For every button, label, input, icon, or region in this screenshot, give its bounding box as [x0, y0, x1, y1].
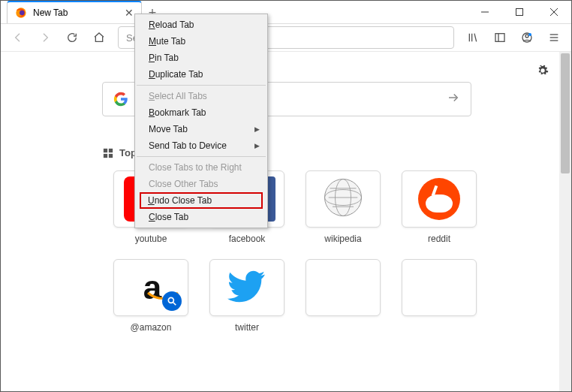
library-button[interactable]: [462, 26, 484, 49]
grid-icon: [103, 148, 113, 158]
account-button[interactable]: [516, 26, 538, 49]
tile-label: twitter: [235, 322, 259, 333]
scrollbar[interactable]: [559, 52, 571, 391]
window-controls: [468, 1, 571, 23]
svg-rect-21: [109, 153, 113, 157]
menu-separator: [137, 156, 266, 157]
nav-toolbar: Search or enter address: [1, 23, 571, 52]
tile-thumbnail: [306, 259, 381, 316]
menu-item-close-tab[interactable]: Close Tab: [135, 209, 267, 225]
twitter-icon: [227, 267, 266, 309]
titlebar: New Tab ✕ +: [1, 1, 571, 23]
menu-separator: [137, 85, 266, 86]
submenu-arrow-icon: ▶: [254, 125, 260, 133]
content-area: Top Sites youtubeffacebookwikipediareddi…: [1, 52, 571, 391]
tab-context-menu: Reload TabMute TabPin TabDuplicate TabSe…: [134, 14, 268, 228]
svg-rect-20: [104, 153, 107, 157]
svg-point-12: [525, 35, 528, 38]
menu-item-select-all-tabs: Select All Tabs: [135, 88, 267, 104]
tile-label: reddit: [428, 234, 450, 244]
search-badge-icon: [162, 291, 182, 311]
tile-empty[interactable]: [394, 259, 484, 333]
svg-rect-9: [495, 34, 504, 42]
menu-item-undo-close-tab[interactable]: Undo Close Tab: [140, 192, 263, 209]
menu-item-close-tabs-to-the-right: Close Tabs to the Right: [135, 159, 267, 176]
menu-item-mute-tab[interactable]: Mute Tab: [135, 33, 267, 50]
search-submit-icon[interactable]: [447, 91, 460, 107]
close-window-button[interactable]: [537, 1, 571, 23]
browser-tab[interactable]: New Tab ✕: [7, 1, 142, 23]
svg-rect-18: [104, 148, 107, 152]
menu-item-send-tab-to-device[interactable]: Send Tab to Device▶: [135, 137, 267, 154]
menu-item-bookmark-tab[interactable]: Bookmark Tab: [135, 104, 267, 121]
menu-item-pin-tab[interactable]: Pin Tab: [135, 50, 267, 66]
back-button[interactable]: [7, 26, 29, 49]
tile-thumbnail: [402, 170, 477, 228]
menu-button[interactable]: [543, 26, 565, 49]
customize-gear-icon[interactable]: [537, 65, 549, 80]
svg-point-25: [168, 297, 173, 303]
close-tab-button[interactable]: ✕: [125, 7, 134, 19]
firefox-icon: [15, 7, 27, 19]
maximize-button[interactable]: [502, 1, 537, 23]
svg-line-26: [173, 303, 176, 306]
sidebar-button[interactable]: [489, 26, 511, 49]
svg-point-1: [20, 11, 25, 16]
menu-item-reload-tab[interactable]: Reload Tab: [135, 17, 267, 33]
svg-line-8: [474, 34, 477, 42]
svg-point-13: [528, 33, 531, 36]
tile-wikipedia[interactable]: wikipedia: [298, 170, 388, 244]
reddit-icon: [418, 178, 460, 220]
scroll-thumb[interactable]: [561, 53, 570, 173]
tile-label: @amazon: [131, 322, 172, 333]
tile-twitter[interactable]: twitter: [202, 259, 292, 333]
tile-thumbnail: [306, 170, 381, 228]
svg-rect-3: [516, 9, 523, 16]
tile-empty[interactable]: [298, 259, 388, 333]
home-button[interactable]: [88, 26, 110, 49]
wikipedia-icon: [322, 176, 364, 222]
tile-thumbnail: a: [113, 259, 188, 316]
tile-label: wikipedia: [324, 234, 361, 244]
tile-label: youtube: [135, 234, 167, 244]
tile-reddit[interactable]: reddit: [394, 170, 484, 244]
tile-thumbnail: [209, 259, 284, 316]
tile-amazon[interactable]: a@amazon: [106, 259, 196, 333]
menu-item-duplicate-tab[interactable]: Duplicate Tab: [135, 66, 267, 83]
minimize-button[interactable]: [468, 1, 502, 23]
reload-button[interactable]: [61, 26, 83, 49]
menu-item-close-other-tabs: Close Other Tabs: [135, 176, 267, 192]
amazon-icon: a: [143, 269, 158, 306]
submenu-arrow-icon: ▶: [254, 142, 260, 149]
svg-rect-19: [109, 148, 113, 152]
tab-title: New Tab: [33, 8, 119, 18]
menu-item-move-tab[interactable]: Move Tab▶: [135, 121, 267, 137]
forward-button[interactable]: [34, 26, 56, 49]
google-icon: [113, 92, 128, 107]
tile-thumbnail: [402, 259, 477, 316]
tile-label: facebook: [229, 234, 266, 244]
